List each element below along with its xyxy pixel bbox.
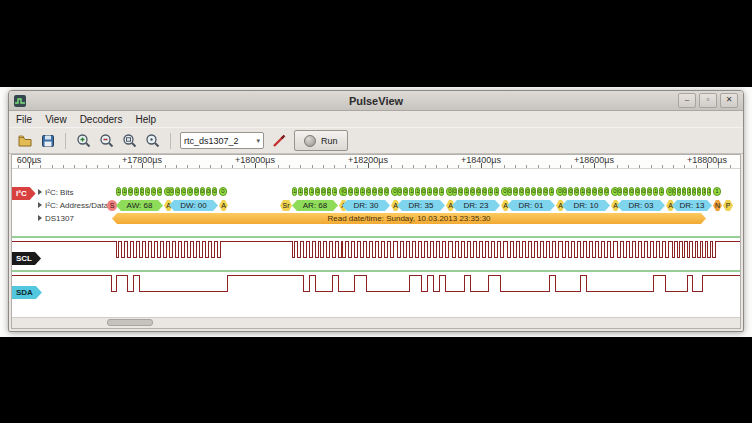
ruler-tick bbox=[165, 165, 166, 168]
menu-item-decoders[interactable]: Decoders bbox=[80, 114, 123, 125]
trace-view[interactable]: 600µs+17800µs+18000µs+18200µs+18400µs+18… bbox=[11, 154, 741, 329]
zoom-original-button[interactable] bbox=[142, 130, 163, 151]
ruler-time-label: +18200µs bbox=[348, 155, 388, 165]
ruler-tick bbox=[210, 165, 211, 168]
menu-item-file[interactable]: File bbox=[16, 114, 32, 125]
toolbar-separator bbox=[65, 133, 66, 149]
expander-icon[interactable] bbox=[38, 189, 42, 195]
ruler-time-label: +18800µs bbox=[687, 155, 727, 165]
i2c-bit-annotation: 0 bbox=[574, 187, 579, 196]
ruler-tick bbox=[402, 165, 403, 168]
ruler-tick bbox=[696, 165, 697, 168]
open-button[interactable] bbox=[14, 130, 35, 151]
i2c-bit-annotation: 0 bbox=[617, 187, 622, 196]
run-button-label: Run bbox=[321, 136, 338, 146]
i2c-bit-annotation: 1 bbox=[707, 187, 711, 196]
timeline-ruler[interactable]: 600µs+17800µs+18000µs+18200µs+18400µs+18… bbox=[12, 155, 740, 169]
i2c-byte-annotation: DR: 01 bbox=[507, 200, 555, 211]
i2c-bit-annotation: 0 bbox=[321, 187, 326, 196]
maximize-button[interactable]: ▫ bbox=[699, 93, 717, 108]
ruler-tick bbox=[312, 165, 313, 168]
i2c-bit-annotation: 1 bbox=[116, 187, 121, 196]
ruler-tick bbox=[18, 165, 19, 168]
i2c-bit-annotation: 0 bbox=[397, 187, 402, 196]
i2c-bit-annotation: 1 bbox=[292, 187, 297, 196]
ruler-tick bbox=[515, 165, 516, 168]
ruler-tick bbox=[605, 165, 606, 168]
decoder-row-label[interactable]: I²C: Bits bbox=[38, 187, 73, 197]
titlebar[interactable]: PulseView – ▫ ✕ bbox=[9, 91, 743, 111]
i2c-bit-annotation: 1 bbox=[122, 187, 127, 196]
zoom-in-button[interactable] bbox=[73, 130, 94, 151]
i2c-bit-annotation: 0 bbox=[140, 187, 145, 196]
i2c-bit-annotation: 0 bbox=[327, 187, 332, 196]
i2c-bit-annotation: 0 bbox=[537, 187, 542, 196]
channel-tag-ic[interactable]: I²C bbox=[12, 187, 36, 200]
ruler-tick bbox=[63, 165, 64, 168]
ruler-tick bbox=[345, 165, 346, 168]
ruler-tick bbox=[323, 165, 324, 168]
ruler-tick bbox=[391, 165, 392, 168]
i2c-bit-annotation: 0 bbox=[378, 187, 383, 196]
decoder-row-label[interactable]: DS1307 bbox=[38, 213, 74, 223]
zoom-fit-button[interactable] bbox=[119, 130, 140, 151]
i2c-bit-annotation: 0 bbox=[635, 187, 640, 196]
i2c-bit-annotation: 1 bbox=[494, 187, 499, 196]
i2c-byte-annotation: AW: 68 bbox=[116, 200, 163, 211]
ruler-tick bbox=[176, 165, 177, 168]
menu-item-help[interactable]: Help bbox=[135, 114, 156, 125]
i2c-bit-annotation: 0 bbox=[592, 187, 597, 196]
zoom-out-button[interactable] bbox=[96, 130, 117, 151]
ruler-tick bbox=[40, 165, 41, 168]
ruler-tick bbox=[447, 165, 448, 168]
ruler-tick bbox=[289, 165, 290, 168]
i2c-bit-annotation: 0 bbox=[187, 187, 192, 196]
i2c-bit-annotation: 1 bbox=[332, 187, 337, 196]
decoder-row-label[interactable]: I²C: Address/Data bbox=[38, 200, 108, 210]
menu-item-view[interactable]: View bbox=[45, 114, 67, 125]
i2c-bit-annotation: 0 bbox=[697, 187, 701, 196]
minimize-button[interactable]: – bbox=[678, 93, 696, 108]
i2c-bit-annotation: 0 bbox=[200, 187, 205, 196]
i2c-bit-annotation: 0 bbox=[458, 187, 463, 196]
i2c-bit-annotation: 0 bbox=[513, 187, 518, 196]
i2c-byte-annotation: DR: 35 bbox=[397, 200, 445, 211]
ruler-tick bbox=[504, 165, 505, 168]
toolbar-separator bbox=[170, 133, 171, 149]
i2c-bit-annotation: 0 bbox=[672, 187, 676, 196]
i2c-bit-annotation: 0 bbox=[403, 187, 408, 196]
i2c-bit-annotation: 0 bbox=[682, 187, 686, 196]
i2c-bit-annotation: 0 bbox=[128, 187, 133, 196]
ruler-tick bbox=[379, 165, 380, 168]
i2c-bit-annotation: 1 bbox=[464, 187, 469, 196]
ruler-tick bbox=[187, 165, 188, 168]
save-button[interactable] bbox=[37, 130, 58, 151]
ruler-tick bbox=[560, 165, 561, 168]
i2c-byte-annotation: AR: 68 bbox=[292, 200, 338, 211]
ruler-time-label: +18600µs bbox=[574, 155, 614, 165]
i2c-byte-annotation: DR: 03 bbox=[617, 200, 665, 211]
expander-icon[interactable] bbox=[38, 215, 42, 221]
i2c-ack-annotation: A bbox=[219, 200, 228, 211]
i2c-bit-annotation: 0 bbox=[169, 187, 174, 196]
ruler-tick bbox=[119, 165, 120, 168]
ruler-tick bbox=[492, 165, 493, 168]
ruler-tick bbox=[413, 165, 414, 168]
run-button[interactable]: Run bbox=[294, 130, 348, 151]
expander-icon[interactable] bbox=[38, 202, 42, 208]
ruler-time-label: 600µs bbox=[17, 155, 42, 165]
i2c-bit-annotation: 1 bbox=[309, 187, 314, 196]
configure-device-button[interactable] bbox=[268, 130, 289, 151]
i2c-bit-annotation: 0 bbox=[181, 187, 186, 196]
ruler-tick bbox=[617, 165, 618, 168]
horizontal-scrollbar[interactable] bbox=[12, 317, 740, 328]
i2c-ack-bit-annotation: 0 bbox=[219, 187, 227, 196]
ruler-tick bbox=[730, 165, 731, 168]
i2c-bit-annotation: 0 bbox=[641, 187, 646, 196]
decoder-row-label-text: I²C: Address/Data bbox=[45, 201, 108, 210]
ruler-tick bbox=[131, 165, 132, 168]
i2c-bit-annotation: 1 bbox=[653, 187, 658, 196]
scrollbar-thumb[interactable] bbox=[107, 319, 153, 326]
close-button[interactable]: ✕ bbox=[720, 93, 738, 108]
device-select[interactable]: rtc_ds1307_2 ▾ bbox=[180, 132, 264, 149]
